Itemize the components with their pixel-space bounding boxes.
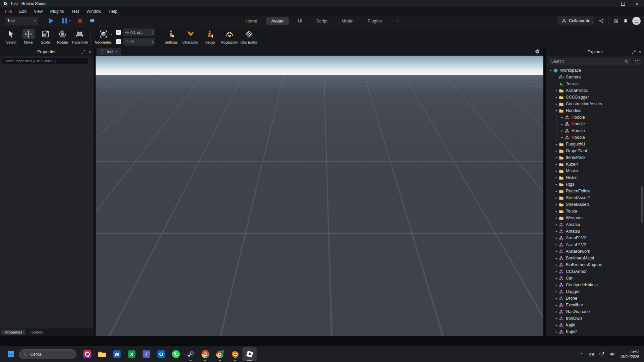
explorer-tree-item[interactable]: ConstructionAssets bbox=[546, 101, 644, 107]
test-mode-dropdown[interactable]: Test ▾ bbox=[5, 17, 38, 25]
explorer-tree-item[interactable]: Terrain bbox=[546, 80, 644, 87]
panel-tab[interactable]: Properties bbox=[1, 329, 25, 335]
expand-arrow-icon[interactable] bbox=[554, 169, 559, 173]
taskbar-app[interactable] bbox=[139, 347, 153, 361]
expand-arrow-icon[interactable] bbox=[554, 330, 559, 334]
avatar-tool-button[interactable]: Character bbox=[181, 29, 200, 44]
explorer-tree-item[interactable]: RottenFollow bbox=[546, 188, 644, 194]
avatar-tool-button[interactable]: Accessory bbox=[220, 29, 239, 44]
expand-arrow-icon[interactable] bbox=[554, 317, 559, 320]
explorer-tree-item[interactable]: BinBrothersKagune bbox=[546, 261, 644, 268]
3d-canvas[interactable]: FAI†H FAI†H bbox=[96, 56, 543, 336]
explorer-tree-item[interactable]: ArataRework bbox=[546, 248, 644, 255]
menu-item[interactable]: Plugins bbox=[47, 7, 68, 15]
pause-options-caret-icon[interactable]: ▾ bbox=[69, 19, 70, 22]
expand-arrow-icon[interactable] bbox=[554, 216, 559, 220]
ribbon-tab[interactable]: Home bbox=[240, 17, 263, 25]
ribbon-tab[interactable]: Script bbox=[311, 17, 333, 25]
expand-arrow-icon[interactable] bbox=[554, 290, 559, 293]
explorer-tree-item[interactable]: Hoodie bbox=[546, 121, 644, 127]
expand-arrow-icon[interactable] bbox=[554, 176, 559, 179]
explorer-tree-item[interactable]: ItemsPack bbox=[546, 154, 644, 161]
dock-panel-icon[interactable] bbox=[81, 50, 86, 54]
taskbar-app[interactable] bbox=[80, 347, 94, 361]
expand-arrow-icon[interactable] bbox=[554, 196, 559, 199]
menu-item[interactable]: Edit bbox=[15, 7, 30, 15]
explorer-tree-item[interactable]: IronOwls bbox=[546, 315, 644, 322]
start-button[interactable] bbox=[5, 349, 17, 360]
chevron-down-icon[interactable]: ▾ bbox=[111, 33, 112, 36]
explorer-tree-item[interactable]: Kajiri2 bbox=[546, 328, 644, 335]
expand-arrow-icon[interactable] bbox=[554, 183, 559, 186]
expand-arrow-icon[interactable] bbox=[554, 243, 559, 246]
explorer-tree-item[interactable]: BenimaruMatoi bbox=[546, 255, 644, 261]
explorer-tree-item[interactable]: Kajiri bbox=[546, 322, 644, 328]
chevron-down-icon[interactable]: ▾ bbox=[90, 60, 92, 63]
taskbar-search-box[interactable] bbox=[19, 349, 76, 359]
taskbar-app[interactable] bbox=[198, 347, 212, 361]
search-history-icon[interactable] bbox=[624, 59, 629, 64]
expand-arrow-icon[interactable] bbox=[560, 136, 565, 139]
ribbon-tab[interactable]: Plugins bbox=[362, 17, 387, 25]
expand-arrow-icon[interactable] bbox=[554, 163, 559, 166]
taskbar-app[interactable] bbox=[183, 347, 198, 361]
panel-tab[interactable]: Toolbox bbox=[26, 329, 46, 335]
viewport-tab-test[interactable]: Test bbox=[97, 48, 121, 55]
menu-item[interactable]: Help bbox=[105, 7, 121, 15]
expand-arrow-icon[interactable] bbox=[554, 236, 559, 240]
move-snap-checkbox[interactable] bbox=[116, 30, 121, 35]
expand-arrow-icon[interactable] bbox=[554, 223, 559, 226]
explorer-tree-item[interactable]: GasGranade bbox=[546, 308, 644, 315]
menu-item[interactable]: Window bbox=[83, 7, 105, 15]
close-button[interactable] bbox=[630, 0, 644, 7]
properties-filter-input[interactable] bbox=[2, 57, 89, 65]
expand-arrow-icon[interactable] bbox=[554, 156, 559, 159]
taskbar-app[interactable] bbox=[95, 347, 109, 361]
dock-panel-icon[interactable] bbox=[632, 50, 636, 54]
explorer-tree-item[interactable]: Camera bbox=[546, 74, 644, 80]
network-icon[interactable] bbox=[599, 351, 605, 357]
taskbar-app[interactable] bbox=[228, 347, 242, 361]
explorer-tree-item[interactable]: Hoodie bbox=[546, 127, 644, 134]
expand-arrow-icon[interactable] bbox=[560, 129, 565, 132]
explorer-tree-item[interactable]: Workspace bbox=[546, 67, 644, 74]
viewport-settings-gear-icon[interactable] bbox=[535, 49, 540, 54]
explorer-tree-item[interactable]: CentipedeKakuja bbox=[546, 282, 644, 288]
explorer-tree-item[interactable]: Amatsu bbox=[546, 228, 644, 235]
explorer-tree-item[interactable]: StreetAsset2 bbox=[546, 194, 644, 201]
geometric-tool-button[interactable]: ▾ Geometric bbox=[93, 29, 114, 44]
explorer-tree-item[interactable]: Fueguchi1 bbox=[546, 141, 644, 147]
move-snap-field[interactable]: 0.1 st... ▴▾ bbox=[123, 28, 155, 36]
move-snap-stepper[interactable]: ▴▾ bbox=[152, 31, 153, 35]
minimize-button[interactable] bbox=[602, 0, 616, 7]
expand-arrow-icon[interactable] bbox=[554, 89, 559, 92]
transform-tool-button[interactable]: Move bbox=[20, 29, 37, 44]
transform-tool-button[interactable]: Select bbox=[3, 29, 20, 44]
transform-tool-button[interactable]: Transform bbox=[71, 29, 88, 44]
explorer-tree-item[interactable]: Kuzen bbox=[546, 161, 644, 168]
expand-arrow-icon[interactable] bbox=[554, 102, 559, 106]
explorer-tree-item[interactable]: GrapePlant bbox=[546, 147, 644, 154]
explorer-tree-item[interactable]: Masks bbox=[546, 168, 644, 174]
avatar-tool-button[interactable]: Setup bbox=[200, 29, 220, 44]
close-panel-icon[interactable]: × bbox=[639, 50, 641, 54]
taskbar-app[interactable] bbox=[110, 347, 124, 361]
stop-button[interactable] bbox=[78, 19, 82, 23]
avatar-tool-button[interactable]: Settings bbox=[161, 29, 181, 44]
hidden-icons-chevron[interactable] bbox=[579, 351, 584, 357]
expand-arrow-icon[interactable] bbox=[554, 203, 559, 206]
clock[interactable]: 10:53 13/04/2026 bbox=[620, 350, 639, 359]
transform-tool-button[interactable]: Rotate bbox=[54, 29, 71, 44]
keyboard-language[interactable]: ITA bbox=[589, 352, 595, 356]
explorer-tree-item[interactable]: Dagger bbox=[546, 288, 644, 295]
rotate-snap-field[interactable]: 5° ▴▾ bbox=[123, 38, 155, 46]
explorer-tree-item[interactable]: Weapons bbox=[546, 215, 644, 221]
share-icon[interactable] bbox=[598, 18, 604, 24]
explorer-tree-item[interactable]: ArataP1V2 bbox=[546, 235, 644, 241]
expand-arrow-icon[interactable] bbox=[554, 303, 559, 307]
panel-splitter[interactable] bbox=[543, 48, 546, 336]
expand-arrow-icon[interactable] bbox=[554, 96, 559, 99]
explorer-scrollbar-thumb[interactable] bbox=[641, 186, 643, 223]
hoodie-model[interactable]: FAI†H bbox=[401, 134, 477, 211]
explorer-tree-item[interactable]: Hoodie bbox=[546, 134, 644, 141]
